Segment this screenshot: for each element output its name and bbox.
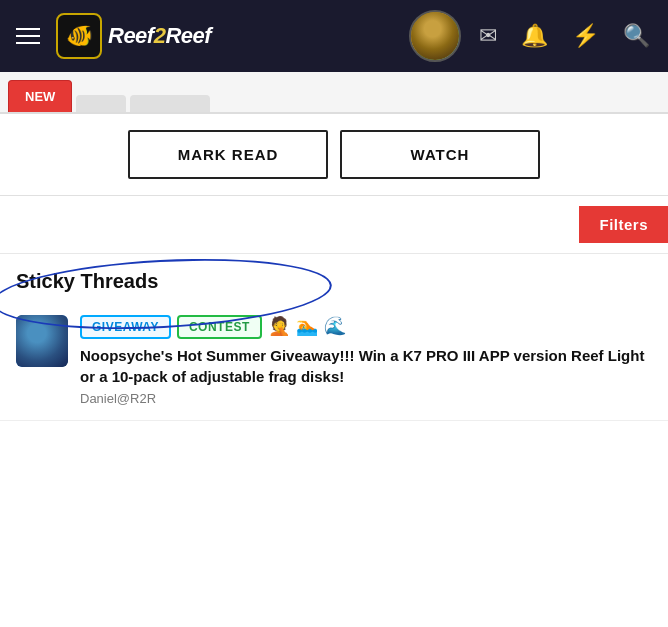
fish-icon: 🐠 — [66, 23, 93, 49]
lightning-icon[interactable]: ⚡ — [566, 17, 605, 55]
bell-icon[interactable]: 🔔 — [515, 17, 554, 55]
thread-author: Daniel@R2R — [80, 391, 652, 406]
thread-title: Noopsyche's Hot Summer Giveaway!!! Win a… — [80, 345, 652, 387]
user-avatar[interactable] — [409, 10, 461, 62]
thread-tags: GIVEAWAY CONTEST 🤦 🏊 🌊 — [80, 315, 652, 339]
mail-icon[interactable]: ✉ — [473, 17, 503, 55]
logo-reef2: Reef — [165, 23, 211, 48]
content-area: Filters Sticky Threads GIVEAWAY CONTEST … — [0, 196, 668, 421]
logo-text: Reef2Reef — [108, 23, 211, 49]
sticky-threads-section: Sticky Threads — [0, 254, 668, 301]
action-bar: MARK READ WATCH — [0, 114, 668, 196]
emoji-3: 🌊 — [324, 315, 346, 339]
logo-area: 🐠 Reef2Reef — [56, 13, 211, 59]
filters-bar: Filters — [0, 196, 668, 254]
navbar: 🐠 Reef2Reef ✉ 🔔 ⚡ 🔍 — [0, 0, 668, 72]
thread-item[interactable]: GIVEAWAY CONTEST 🤦 🏊 🌊 Noopsyche's Hot S… — [0, 301, 668, 421]
logo-reef1: Reef — [108, 23, 154, 48]
tab-2[interactable] — [76, 95, 126, 112]
search-icon[interactable]: 🔍 — [617, 17, 656, 55]
hamburger-menu[interactable] — [12, 24, 44, 48]
sticky-threads-heading: Sticky Threads — [16, 270, 158, 293]
mark-read-button[interactable]: MARK READ — [128, 130, 328, 179]
logo-badge: 🐠 — [56, 13, 102, 59]
thread-avatar — [16, 315, 68, 367]
logo-2: 2 — [154, 23, 166, 48]
thread-content: GIVEAWAY CONTEST 🤦 🏊 🌊 Noopsyche's Hot S… — [80, 315, 652, 406]
tab-3[interactable] — [130, 95, 210, 112]
tab-strip: NEW — [0, 72, 668, 114]
tab-new[interactable]: NEW — [8, 80, 72, 112]
filters-button[interactable]: Filters — [579, 206, 668, 243]
watch-button[interactable]: WATCH — [340, 130, 540, 179]
emoji-1: 🤦 — [268, 315, 290, 339]
tag-giveaway: GIVEAWAY — [80, 315, 171, 339]
tag-contest: CONTEST — [177, 315, 262, 339]
emoji-2: 🏊 — [296, 315, 318, 339]
